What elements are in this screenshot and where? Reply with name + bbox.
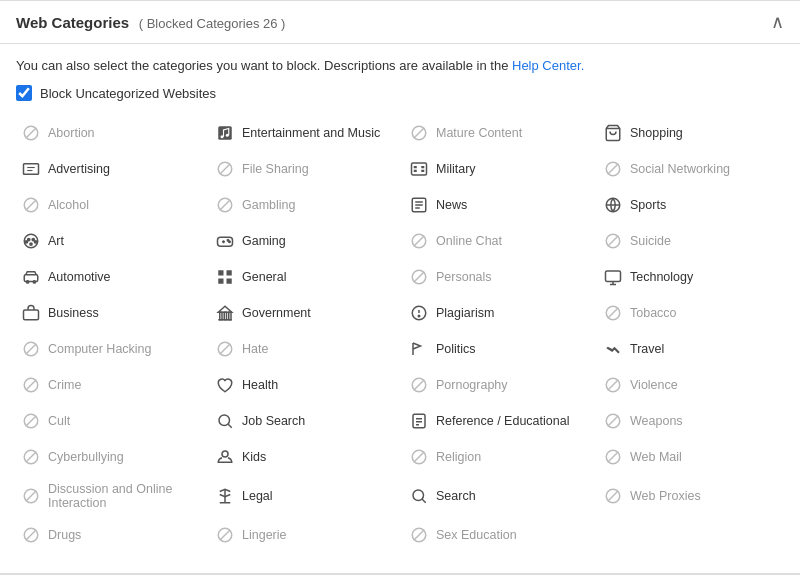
category-item-abortion[interactable]: Abortion [16,117,202,149]
pornography-icon [408,374,430,396]
category-item-search[interactable]: Search [404,477,590,515]
category-item-travel[interactable]: Travel [598,333,784,365]
category-item-violence[interactable]: Violence [598,369,784,401]
svg-line-107 [220,530,231,541]
category-item-pornography[interactable]: Pornography [404,369,590,401]
job-search-icon [214,410,236,432]
category-item-social-networking[interactable]: Social Networking [598,153,784,185]
web-proxies-label: Web Proxies [630,489,701,503]
svg-point-35 [25,241,27,243]
category-item-computer-hacking[interactable]: Computer Hacking [16,333,202,365]
svg-rect-14 [414,166,417,168]
category-item-web-mail[interactable]: Web Mail [598,441,784,473]
social-networking-label: Social Networking [630,162,730,176]
category-item-job-search[interactable]: Job Search [210,405,396,437]
category-item-art[interactable]: Art [16,225,202,257]
category-item-gambling[interactable]: Gambling [210,189,396,221]
category-item-weapons[interactable]: Weapons [598,405,784,437]
computer-hacking-icon [20,338,42,360]
category-item-file-sharing[interactable]: File Sharing [210,153,396,185]
category-item-suicide[interactable]: Suicide [598,225,784,257]
category-item-web-proxies[interactable]: Web Proxies [598,477,784,515]
category-item-online-chat[interactable]: Online Chat [404,225,590,257]
svg-point-33 [30,243,32,245]
svg-point-47 [33,281,35,283]
svg-line-53 [414,272,425,283]
help-center-link[interactable]: Help Center. [512,58,584,73]
category-item-advertising[interactable]: Advertising [16,153,202,185]
svg-line-1 [26,128,37,139]
category-item-politics[interactable]: Politics [404,333,590,365]
cyberbullying-icon [20,446,42,468]
svg-rect-57 [24,310,39,320]
health-icon [214,374,236,396]
health-label: Health [242,378,278,392]
category-item-personals[interactable]: Personals [404,261,590,293]
plagiarism-icon [408,302,430,324]
military-label: Military [436,162,476,176]
category-item-reference[interactable]: Reference / Educational [404,405,590,437]
category-item-mature[interactable]: Mature Content [404,117,590,149]
category-item-government[interactable]: Government [210,297,396,329]
abortion-label: Abortion [48,126,95,140]
svg-line-21 [26,200,37,211]
politics-icon [408,338,430,360]
military-icon [408,158,430,180]
categories-grid: AbortionEntertainment and MusicMature Co… [16,117,784,551]
category-item-tobacco[interactable]: Tobacco [598,297,784,329]
section-subtitle: ( Blocked Categories 26 ) [139,16,286,31]
block-uncategorized-checkbox[interactable] [16,85,32,101]
personals-label: Personals [436,270,492,284]
category-item-cult[interactable]: Cult [16,405,202,437]
crime-icon [20,374,42,396]
svg-rect-49 [227,270,232,275]
category-item-news[interactable]: News [404,189,590,221]
category-item-legal[interactable]: Legal [210,477,396,515]
category-item-religion[interactable]: Religion [404,441,590,473]
svg-line-74 [26,380,37,391]
svg-line-19 [608,164,619,175]
category-item-hate[interactable]: Hate [210,333,396,365]
category-item-sports[interactable]: Sports [598,189,784,221]
category-item-military[interactable]: Military [404,153,590,185]
collapse-icon[interactable]: ∧ [771,11,784,33]
category-item-plagiarism[interactable]: Plagiarism [404,297,590,329]
category-item-technology[interactable]: Technology [598,261,784,293]
category-item-entertainment[interactable]: Entertainment and Music [210,117,396,149]
category-item-shopping[interactable]: Shopping [598,117,784,149]
government-icon [214,302,236,324]
category-item-kids[interactable]: Kids [210,441,396,473]
job-search-label: Job Search [242,414,305,428]
category-item-business[interactable]: Business [16,297,202,329]
hate-label: Hate [242,342,268,356]
discussion-label: Discussion and Online Interaction [48,482,198,510]
svg-line-101 [422,499,426,503]
category-item-drugs[interactable]: Drugs [16,519,202,551]
suicide-label: Suicide [630,234,671,248]
svg-line-80 [26,416,37,427]
block-uncategorized-row[interactable]: Block Uncategorized Websites [16,85,784,101]
category-item-lingerie[interactable]: Lingerie [210,519,396,551]
svg-line-67 [608,308,619,319]
kids-label: Kids [242,450,266,464]
category-item-health[interactable]: Health [210,369,396,401]
violence-icon [602,374,624,396]
alcohol-label: Alcohol [48,198,89,212]
svg-line-82 [228,424,232,428]
category-item-general[interactable]: General [210,261,396,293]
svg-rect-54 [606,271,621,282]
category-item-crime[interactable]: Crime [16,369,202,401]
politics-label: Politics [436,342,476,356]
cyberbullying-label: Cyberbullying [48,450,124,464]
restricted-websites-section: Restricted Websites (0) ∧ [0,573,800,585]
category-item-automotive[interactable]: Automotive [16,261,202,293]
svg-line-71 [220,344,231,355]
category-item-discussion[interactable]: Discussion and Online Interaction [16,477,202,515]
category-item-alcohol[interactable]: Alcohol [16,189,202,221]
sports-icon [602,194,624,216]
category-item-gaming[interactable]: Gaming [210,225,396,257]
cult-icon [20,410,42,432]
category-item-sex-education[interactable]: Sex Education [404,519,590,551]
art-label: Art [48,234,64,248]
category-item-cyberbullying[interactable]: Cyberbullying [16,441,202,473]
